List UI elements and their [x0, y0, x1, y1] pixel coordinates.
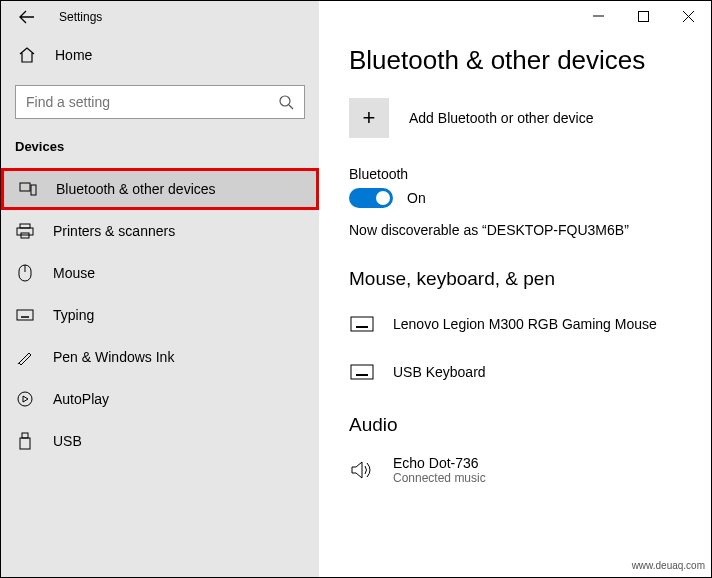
discoverable-text: Now discoverable as “DESKTOP-FQU3M6B” — [349, 222, 687, 238]
close-button[interactable] — [666, 1, 711, 31]
device-name: Lenovo Legion M300 RGB Gaming Mouse — [393, 316, 657, 332]
autoplay-icon — [15, 390, 35, 408]
search-container — [1, 77, 319, 129]
nav-label: Typing — [53, 307, 94, 323]
home-label: Home — [55, 47, 92, 63]
device-name: USB Keyboard — [393, 364, 486, 380]
maximize-button[interactable] — [621, 1, 666, 31]
pen-icon — [15, 348, 35, 366]
svg-rect-17 — [20, 438, 30, 449]
svg-line-1 — [289, 105, 293, 109]
svg-rect-3 — [31, 185, 36, 195]
main-content: Bluetooth & other devices + Add Bluetoot… — [319, 1, 711, 577]
add-device-label: Add Bluetooth or other device — [409, 110, 593, 126]
home-icon — [17, 46, 37, 64]
device-item[interactable]: USB Keyboard — [349, 348, 687, 396]
search-input[interactable] — [26, 94, 278, 110]
usb-icon — [15, 432, 35, 450]
nav-label: Bluetooth & other devices — [56, 181, 216, 197]
window-controls — [576, 1, 711, 31]
nav-item-autoplay[interactable]: AutoPlay — [1, 378, 319, 420]
printer-icon — [15, 223, 35, 239]
nav-label: Pen & Windows Ink — [53, 349, 174, 365]
device-subtitle: Connected music — [393, 471, 486, 485]
bluetooth-state-label: On — [407, 190, 426, 206]
page-title: Bluetooth & other devices — [349, 45, 687, 76]
add-device-button[interactable]: + Add Bluetooth or other device — [349, 98, 687, 138]
back-arrow-icon — [19, 9, 35, 25]
minimize-button[interactable] — [576, 1, 621, 31]
device-name: Echo Dot-736 — [393, 455, 486, 471]
search-box[interactable] — [15, 85, 305, 119]
nav-label: USB — [53, 433, 82, 449]
keyboard-device-icon — [349, 364, 375, 380]
nav-label: AutoPlay — [53, 391, 109, 407]
nav-item-typing[interactable]: Typing — [1, 294, 319, 336]
close-icon — [683, 11, 694, 22]
svg-point-15 — [18, 392, 32, 406]
svg-rect-29 — [351, 365, 373, 379]
keyboard-device-icon — [349, 316, 375, 332]
svg-rect-9 — [17, 310, 33, 320]
minimize-icon — [593, 11, 604, 22]
devices-icon — [18, 182, 38, 196]
bluetooth-label: Bluetooth — [349, 166, 687, 182]
nav-label: Mouse — [53, 265, 95, 281]
nav-item-bluetooth[interactable]: Bluetooth & other devices — [1, 168, 319, 210]
plus-icon: + — [349, 98, 389, 138]
sidebar: Settings Home Devices Bluetooth & other … — [1, 1, 319, 577]
nav-item-usb[interactable]: USB — [1, 420, 319, 462]
toggle-knob — [376, 191, 390, 205]
mouse-icon — [15, 264, 35, 282]
group-title-audio: Audio — [349, 414, 687, 436]
back-button[interactable] — [15, 5, 39, 29]
svg-point-0 — [280, 96, 290, 106]
device-item[interactable]: Echo Dot-736 Connected music — [349, 446, 687, 494]
speaker-icon — [349, 460, 375, 480]
titlebar: Settings — [1, 1, 319, 33]
nav-item-pen[interactable]: Pen & Windows Ink — [1, 336, 319, 378]
nav-item-mouse[interactable]: Mouse — [1, 252, 319, 294]
svg-rect-5 — [17, 228, 33, 235]
device-item[interactable]: Lenovo Legion M300 RGB Gaming Mouse — [349, 300, 687, 348]
bluetooth-toggle[interactable] — [349, 188, 393, 208]
keyboard-icon — [15, 309, 35, 321]
search-icon — [278, 94, 294, 110]
svg-rect-4 — [20, 224, 30, 228]
category-header: Devices — [1, 129, 319, 168]
svg-rect-2 — [20, 183, 30, 191]
nav-label: Printers & scanners — [53, 223, 175, 239]
svg-rect-22 — [351, 317, 373, 331]
watermark: www.deuaq.com — [632, 560, 705, 571]
home-nav-item[interactable]: Home — [1, 33, 319, 77]
nav-item-printers[interactable]: Printers & scanners — [1, 210, 319, 252]
maximize-icon — [638, 11, 649, 22]
svg-rect-16 — [22, 433, 28, 438]
group-title-input: Mouse, keyboard, & pen — [349, 268, 687, 290]
svg-rect-19 — [639, 11, 649, 21]
app-title: Settings — [59, 10, 102, 24]
